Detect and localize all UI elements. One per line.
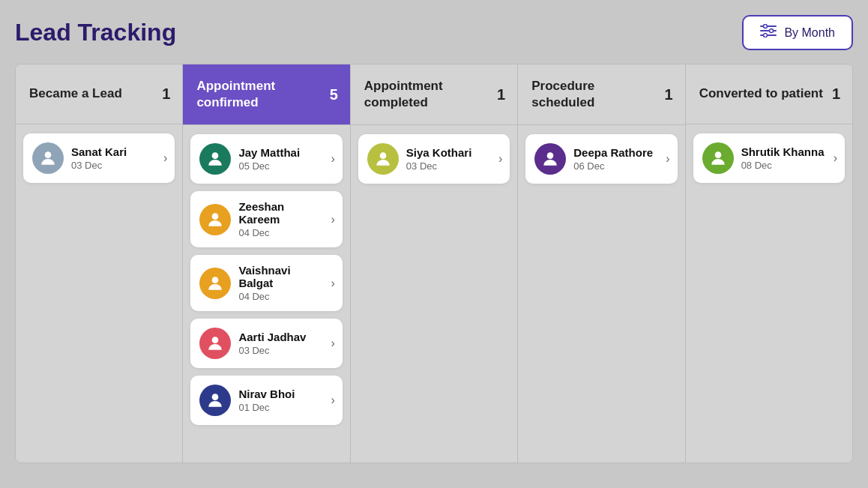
card-date-shrutik-khanna: 08 Dec	[741, 160, 826, 171]
col-header-converted-to-patient: Converted to patient1	[686, 64, 852, 124]
card-info-jay-matthai: Jay Matthai05 Dec	[238, 146, 323, 172]
col-title-became-lead: Became a Lead	[29, 85, 122, 102]
col-appointment-completed: Appointment completed1 Siya Kothari03 De…	[351, 64, 518, 463]
lead-card-vaishnavi-balgat[interactable]: Vaishnavi Balgat04 Dec›	[190, 255, 342, 311]
svg-point-5	[764, 34, 768, 37]
page: Lead Tracking By Month Became a Lead1 Sa…	[0, 0, 868, 488]
avatar-aarti-jadhav	[199, 328, 231, 359]
avatar-zeeshan-kareem	[199, 204, 231, 235]
kanban-board: Became a Lead1 Sanat Kari03 Dec›Appointm…	[15, 64, 853, 463]
card-arrow-vaishnavi-balgat: ›	[331, 277, 334, 290]
card-name-deepa-rathore: Deepa Rathore	[573, 146, 658, 159]
filter-button[interactable]: By Month	[742, 15, 853, 50]
col-converted-to-patient: Converted to patient1 Shrutik Khanna08 D…	[686, 64, 852, 463]
card-arrow-nirav-bhoi: ›	[331, 394, 334, 407]
lead-card-deepa-rathore[interactable]: Deepa Rathore06 Dec›	[525, 134, 677, 184]
card-info-zeeshan-kareem: Zeeshan Kareem04 Dec	[238, 200, 323, 238]
avatar-sanat-kari	[32, 142, 64, 174]
col-title-appointment-completed: Appointment completed	[364, 78, 490, 111]
col-body-became-lead: Sanat Kari03 Dec›	[16, 124, 182, 462]
card-date-zeeshan-kareem: 04 Dec	[238, 227, 323, 238]
avatar-nirav-bhoi	[199, 385, 231, 416]
avatar-vaishnavi-balgat	[199, 268, 231, 299]
col-body-appointment-completed: Siya Kothari03 Dec›	[351, 125, 517, 463]
card-info-sanat-kari: Sanat Kari03 Dec	[71, 145, 156, 171]
col-title-converted-to-patient: Converted to patient	[699, 85, 823, 102]
svg-point-12	[379, 153, 386, 160]
card-name-nirav-bhoi: Nirav Bhoi	[238, 388, 323, 400]
col-body-procedure-scheduled: Deepa Rathore06 Dec›	[518, 125, 684, 463]
lead-card-sanat-kari[interactable]: Sanat Kari03 Dec›	[23, 133, 175, 183]
col-count-appointment-completed: 1	[490, 86, 505, 103]
lead-card-jay-matthai[interactable]: Jay Matthai05 Dec›	[190, 134, 342, 184]
card-name-jay-matthai: Jay Matthai	[238, 146, 323, 159]
card-arrow-deepa-rathore: ›	[666, 152, 669, 166]
svg-point-6	[45, 151, 52, 158]
card-name-sanat-kari: Sanat Kari	[71, 145, 156, 158]
lead-card-shrutik-khanna[interactable]: Shrutik Khanna08 Dec›	[693, 133, 845, 183]
card-info-shrutik-khanna: Shrutik Khanna08 Dec	[741, 145, 826, 171]
svg-point-8	[212, 213, 219, 220]
lead-card-aarti-jadhav[interactable]: Aarti Jadhav03 Dec›	[190, 319, 342, 368]
svg-point-10	[212, 337, 219, 344]
col-procedure-scheduled: Procedure scheduled1 Deepa Rathore06 Dec…	[518, 64, 685, 463]
col-became-lead: Became a Lead1 Sanat Kari03 Dec›	[16, 64, 183, 463]
lead-card-nirav-bhoi[interactable]: Nirav Bhoi01 Dec›	[190, 376, 342, 425]
card-info-aarti-jadhav: Aarti Jadhav03 Dec	[238, 331, 323, 356]
card-name-aarti-jadhav: Aarti Jadhav	[238, 331, 323, 343]
card-date-jay-matthai: 05 Dec	[238, 160, 323, 172]
svg-point-4	[770, 29, 774, 33]
card-arrow-siya-kothari: ›	[498, 152, 502, 166]
card-arrow-shrutik-khanna: ›	[834, 151, 837, 165]
col-header-procedure-scheduled: Procedure scheduled1	[518, 64, 684, 125]
card-arrow-aarti-jadhav: ›	[331, 337, 334, 350]
card-date-nirav-bhoi: 01 Dec	[238, 402, 323, 413]
card-info-deepa-rathore: Deepa Rathore06 Dec	[573, 146, 658, 172]
col-body-converted-to-patient: Shrutik Khanna08 Dec›	[686, 124, 852, 462]
avatar-jay-matthai	[199, 143, 231, 175]
page-title: Lead Tracking	[15, 19, 176, 46]
header: Lead Tracking By Month	[15, 15, 853, 50]
svg-point-3	[764, 25, 768, 28]
card-arrow-sanat-kari: ›	[163, 151, 167, 165]
col-header-became-lead: Became a Lead1	[16, 64, 182, 124]
lead-card-siya-kothari[interactable]: Siya Kothari03 Dec›	[358, 134, 510, 184]
card-date-aarti-jadhav: 03 Dec	[238, 345, 323, 356]
col-count-appointment-confirmed: 5	[323, 86, 338, 103]
card-arrow-zeeshan-kareem: ›	[331, 213, 334, 226]
filter-icon	[760, 24, 777, 41]
card-name-siya-kothari: Siya Kothari	[406, 146, 491, 159]
card-date-vaishnavi-balgat: 04 Dec	[238, 291, 323, 302]
col-title-appointment-confirmed: Appointment confirmed	[196, 78, 322, 111]
svg-point-14	[714, 151, 721, 158]
card-date-sanat-kari: 03 Dec	[71, 160, 156, 171]
svg-point-11	[212, 394, 219, 401]
col-count-became-lead: 1	[155, 85, 170, 103]
card-name-zeeshan-kareem: Zeeshan Kareem	[238, 200, 323, 226]
avatar-shrutik-khanna	[702, 142, 734, 174]
col-appointment-confirmed: Appointment confirmed5 Jay Matthai05 Dec…	[183, 64, 350, 463]
filter-button-label: By Month	[784, 26, 835, 40]
col-header-appointment-completed: Appointment completed1	[351, 64, 517, 125]
avatar-siya-kothari	[367, 143, 399, 175]
col-title-procedure-scheduled: Procedure scheduled	[531, 78, 657, 111]
card-arrow-jay-matthai: ›	[331, 152, 334, 166]
card-date-siya-kothari: 03 Dec	[406, 160, 491, 172]
lead-card-zeeshan-kareem[interactable]: Zeeshan Kareem04 Dec›	[190, 191, 342, 247]
card-name-vaishnavi-balgat: Vaishnavi Balgat	[238, 264, 323, 289]
col-count-procedure-scheduled: 1	[658, 86, 673, 103]
col-body-appointment-confirmed: Jay Matthai05 Dec› Zeeshan Kareem04 Dec›…	[183, 125, 349, 463]
card-info-vaishnavi-balgat: Vaishnavi Balgat04 Dec	[238, 264, 323, 302]
card-date-deepa-rathore: 06 Dec	[573, 160, 658, 172]
svg-point-13	[547, 153, 554, 160]
avatar-deepa-rathore	[534, 143, 566, 175]
col-count-converted-to-patient: 1	[825, 85, 840, 103]
svg-point-9	[212, 277, 219, 283]
svg-point-7	[212, 153, 219, 160]
card-info-nirav-bhoi: Nirav Bhoi01 Dec	[238, 388, 323, 413]
col-header-appointment-confirmed: Appointment confirmed5	[183, 64, 349, 125]
card-name-shrutik-khanna: Shrutik Khanna	[741, 145, 826, 158]
card-info-siya-kothari: Siya Kothari03 Dec	[406, 146, 491, 172]
